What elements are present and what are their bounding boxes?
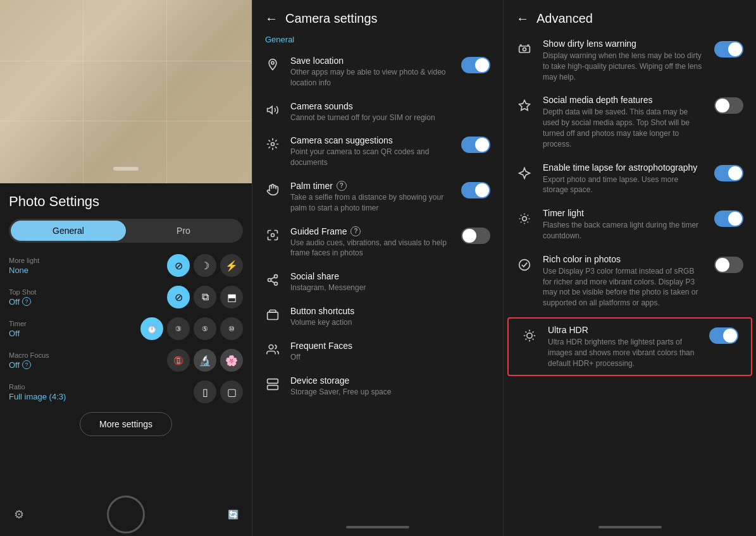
setting-dirty-lens: Show dirty lens warning Display warning …: [504, 32, 756, 88]
setting-value-more-light: None: [9, 265, 39, 275]
timer-light-toggle[interactable]: [714, 210, 743, 227]
more-settings-button[interactable]: More settings: [80, 412, 172, 436]
frequent-faces-name: Frequent Faces: [290, 341, 490, 351]
macro-flower-btn[interactable]: 🌸: [220, 349, 243, 372]
palm-timer-help-icon[interactable]: ?: [337, 181, 347, 191]
svg-line-8: [271, 277, 275, 279]
grid-line: [83, 0, 84, 183]
more-light-moon-btn[interactable]: ☽: [194, 254, 216, 277]
setting-timer: Timer Off ⏱️ ③ ⑤ ⑩: [9, 317, 243, 340]
save-location-toggle[interactable]: [461, 57, 490, 73]
save-location-name: Save location: [290, 56, 451, 66]
camera-settings-title: Camera settings: [285, 11, 378, 26]
setting-macro-focus: Macro Focus Off ? 📵 🔬 🌸: [9, 349, 243, 372]
setting-ratio: Ratio Full image (4:3) ▯ ▢: [9, 381, 243, 403]
rich-color-desc: Use Display P3 color format instead of s…: [543, 266, 704, 308]
share-icon: [265, 272, 280, 288]
social-share-name: Social share: [290, 271, 490, 281]
settings-gear-icon[interactable]: ⚙: [9, 504, 29, 525]
setting-social-share: Social share Instagram, Messenger: [252, 265, 503, 300]
ultra-hdr-name: Ultra HDR: [548, 325, 699, 335]
astrophotography-icon: [516, 165, 533, 181]
palm-timer-desc: Take a selfie from a distance by showing…: [290, 192, 451, 214]
advanced-title: Advanced: [536, 11, 593, 26]
top-shot-help-icon[interactable]: ?: [22, 297, 31, 306]
macro-options: 📵 🔬 🌸: [167, 349, 243, 372]
social-depth-desc: Depth data will be saved. This data may …: [543, 107, 704, 149]
svg-rect-9: [268, 312, 278, 320]
astrophotography-toggle[interactable]: [714, 165, 743, 181]
more-light-none-btn[interactable]: ⊘: [167, 254, 190, 277]
panel1-bottom-bar: ⚙ 🔄: [0, 490, 252, 536]
device-storage-name: Device storage: [290, 375, 490, 386]
timer-10s-btn[interactable]: ⑩: [220, 317, 243, 340]
timer-off-btn[interactable]: ⏱️: [140, 317, 163, 340]
setting-camera-scan: Camera scan suggestions Point your camer…: [252, 129, 503, 174]
guided-frame-desc: Use audio cues, vibrations, and visuals …: [290, 238, 451, 259]
ratio-square-btn[interactable]: ▢: [220, 381, 243, 403]
setting-ultra-hdr: Ultra HDR Ultra HDR brightens the lighte…: [509, 319, 751, 375]
svg-point-5: [268, 279, 271, 282]
dirty-lens-toggle[interactable]: [714, 41, 743, 58]
camera-settings-header: ← Camera settings: [252, 0, 503, 32]
macro-off-btn[interactable]: 📵: [167, 349, 190, 372]
more-settings-section: More settings: [9, 412, 243, 436]
rich-color-icon: [516, 257, 533, 273]
camera-scan-name: Camera scan suggestions: [290, 135, 451, 145]
macro-close-btn[interactable]: 🔬: [194, 349, 216, 372]
scan-icon: [265, 137, 280, 152]
top-shot-export-btn[interactable]: ⬒: [220, 286, 243, 308]
social-depth-icon: [516, 97, 533, 114]
ratio-portrait-btn[interactable]: ▯: [194, 381, 216, 403]
rich-color-toggle[interactable]: [714, 257, 743, 273]
social-share-desc: Instagram, Messenger: [290, 283, 490, 293]
panel3-home-bar: [504, 518, 756, 536]
guided-frame-toggle[interactable]: [461, 228, 490, 244]
home-indicator: [598, 526, 662, 528]
timer-3s-btn[interactable]: ③: [167, 317, 190, 340]
tab-pro[interactable]: Pro: [126, 221, 241, 241]
setting-camera-sounds: Camera sounds Cannot be turned off for y…: [252, 95, 503, 130]
macro-help-icon[interactable]: ?: [22, 360, 31, 369]
svg-line-7: [271, 281, 275, 283]
tab-row: General Pro: [9, 219, 243, 243]
panel-title: Photo Settings: [9, 193, 243, 210]
advanced-header: ← Advanced: [504, 0, 756, 32]
dirty-lens-name: Show dirty lens warning: [543, 39, 704, 49]
setting-rich-color: Rich color in photos Use Display P3 colo…: [504, 248, 756, 315]
top-shot-off-btn[interactable]: ⊘: [167, 286, 190, 308]
tab-general[interactable]: General: [11, 221, 126, 241]
social-depth-name: Social media depth features: [543, 95, 704, 105]
panel2-home-bar: [252, 518, 503, 536]
setting-timer-light: Timer light Flashes the back camera ligh…: [504, 202, 756, 248]
rich-color-name: Rich color in photos: [543, 254, 704, 264]
svg-point-20: [523, 217, 527, 221]
svg-point-2: [271, 143, 275, 146]
back-button[interactable]: ←: [265, 11, 278, 26]
camera-scan-toggle[interactable]: [461, 137, 490, 153]
more-light-flash-btn[interactable]: ⚡: [220, 254, 243, 277]
social-depth-toggle[interactable]: [714, 97, 743, 114]
camera-scan-desc: Point your camera to scan QR codes and d…: [290, 147, 451, 168]
svg-point-6: [275, 283, 278, 286]
palm-timer-name: Palm timer ?: [290, 181, 451, 191]
switch-camera-icon[interactable]: 🔄: [223, 504, 243, 525]
ultra-hdr-toggle[interactable]: [709, 327, 738, 344]
section-general-label: General: [252, 32, 503, 49]
faces-icon: [265, 342, 280, 357]
grid-line: [0, 61, 252, 61]
setting-guided-frame: Guided Frame ? Use audio cues, vibration…: [252, 220, 503, 265]
setting-astrophotography: Enable time lapse for astrophotography E…: [504, 156, 756, 202]
setting-label-timer: Timer: [9, 320, 27, 327]
top-shot-layers-btn[interactable]: ⧉: [194, 286, 216, 308]
timer-light-icon: [516, 210, 533, 227]
setting-value-macro: Off ?: [9, 360, 49, 370]
guided-frame-help-icon[interactable]: ?: [350, 226, 361, 236]
palm-timer-toggle[interactable]: [461, 182, 490, 198]
camera-sounds-name: Camera sounds: [290, 101, 490, 111]
advanced-back-button[interactable]: ←: [516, 11, 529, 26]
svg-point-21: [527, 333, 532, 338]
setting-value-top-shot: Off ?: [9, 297, 36, 307]
setting-label-macro: Macro Focus: [9, 351, 49, 359]
timer-5s-btn[interactable]: ⑤: [194, 317, 216, 340]
